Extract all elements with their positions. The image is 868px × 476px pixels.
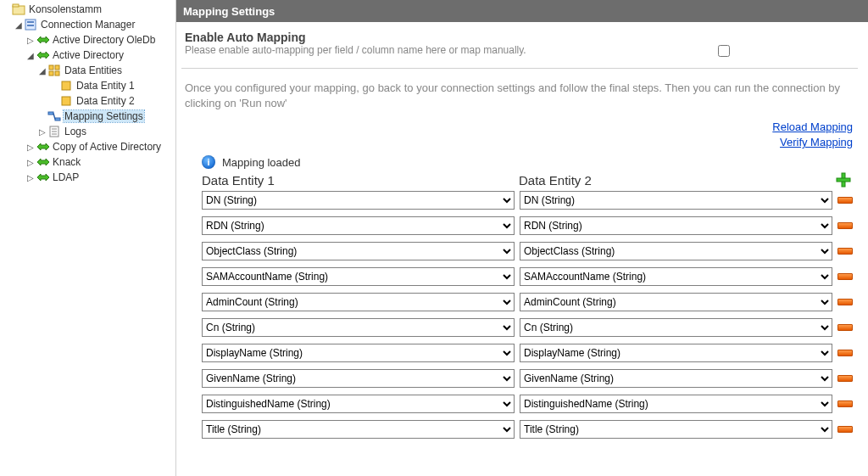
mapping-row: DN (String)DN (String)	[202, 191, 853, 210]
connector-icon	[36, 33, 49, 47]
tree-label: Data Entities	[64, 64, 123, 76]
mapping-row: AdminCount (String)AdminCount (String)	[202, 293, 853, 311]
mapping-row: DisplayName (String)DisplayName (String)	[202, 344, 853, 362]
mapping-rows: DN (String)DN (String)RDN (String)RDN (S…	[181, 191, 858, 439]
tree-copy-of-ad[interactable]: ▷ Copy of Active Directory	[0, 139, 175, 154]
tree-label: Copy of Active Directory	[52, 141, 162, 153]
mapping-left-select[interactable]: DistinguishedName (String)	[202, 395, 515, 413]
mapping-right-select[interactable]: RDN (String)	[520, 216, 832, 235]
mapping-left-select[interactable]: DN (String)	[202, 191, 515, 210]
mapping-right-select[interactable]: ObjectClass (String)	[520, 242, 832, 260]
mapping-left-select[interactable]: DisplayName (String)	[202, 344, 515, 362]
mapping-row: Title (String)Title (String)	[202, 420, 853, 439]
remove-mapping-button[interactable]	[837, 347, 853, 359]
entity-icon	[59, 94, 73, 108]
tree-connection-manager[interactable]: ◢ Connection Manager	[0, 17, 175, 32]
mapping-left-select[interactable]: GivenName (String)	[202, 369, 515, 388]
connector-icon	[36, 48, 49, 62]
twisty-expanded-icon[interactable]: ◢	[37, 66, 47, 76]
twisty-collapsed-icon[interactable]: ▷	[25, 36, 36, 45]
mapping-left-select[interactable]: Cn (String)	[202, 318, 515, 337]
mapping-right-select[interactable]: AdminCount (String)	[520, 293, 832, 311]
mapping-right-select[interactable]: Title (String)	[520, 420, 832, 439]
tree-data-entity-1[interactable]: ▶ Data Entity 1	[0, 78, 175, 93]
mapping-links: Reload Mapping Verify Mapping	[181, 115, 858, 150]
svg-rect-6	[55, 65, 59, 70]
remove-mapping-button[interactable]	[837, 322, 853, 333]
mapping-right-select[interactable]: DistinguishedName (String)	[520, 395, 832, 413]
tree-label: Mapping Settings	[64, 110, 144, 122]
mapping-right-select[interactable]: Cn (String)	[520, 318, 832, 337]
tree-label: Data Entity 1	[75, 80, 136, 92]
auto-mapping-section: Enable Auto Mapping Please enable auto-m…	[181, 27, 858, 69]
remove-mapping-button[interactable]	[837, 220, 853, 232]
twisty-icon: ▶	[49, 81, 59, 91]
remove-mapping-button[interactable]	[837, 271, 853, 283]
twisty-expanded-icon[interactable]: ◢	[14, 20, 24, 30]
mapping-right-select[interactable]: GivenName (String)	[520, 369, 832, 388]
remove-mapping-button[interactable]	[837, 398, 853, 410]
info-icon: i	[202, 155, 215, 169]
tree-ad-oledb[interactable]: ▷ Active Directory OleDb	[0, 32, 175, 48]
svg-rect-3	[27, 21, 34, 23]
mapping-left-select[interactable]: RDN (String)	[202, 216, 515, 235]
folder-icon	[12, 3, 25, 16]
tree-label: Active Directory OleDb	[52, 34, 156, 46]
mapping-left-select[interactable]: AdminCount (String)	[202, 293, 515, 311]
twisty-collapsed-icon[interactable]: ▷	[25, 158, 36, 167]
tree-mapping-settings[interactable]: ▶ Mapping Settings	[0, 109, 175, 124]
svg-rect-5	[49, 65, 53, 70]
add-mapping-button[interactable]	[836, 172, 851, 188]
remove-mapping-button[interactable]	[837, 423, 853, 435]
minus-icon	[837, 400, 853, 407]
verify-mapping-link[interactable]: Verify Mapping	[780, 136, 853, 148]
mapping-right-select[interactable]: SAMAccountName (String)	[520, 267, 832, 286]
remove-mapping-button[interactable]	[837, 372, 853, 384]
logs-icon	[47, 125, 61, 138]
tree-knack[interactable]: ▷ Knack	[0, 154, 175, 170]
panel-title-text: Mapping Settings	[183, 5, 275, 18]
minus-icon	[837, 426, 853, 433]
twisty-collapsed-icon[interactable]: ▷	[37, 127, 47, 137]
remove-mapping-button[interactable]	[837, 245, 853, 257]
mapping-left-select[interactable]: Title (String)	[202, 420, 515, 439]
console-tree: ▶ Konsolenstamm ◢ Connection Manager ▷ A…	[0, 0, 176, 476]
minus-icon	[837, 222, 853, 229]
entities-icon	[47, 64, 61, 77]
tree-active-directory[interactable]: ◢ Active Directory	[0, 48, 175, 63]
status-text: Mapping loaded	[222, 156, 301, 169]
mapping-right-select[interactable]: DN (String)	[520, 191, 832, 210]
mapping-row: ObjectClass (String)ObjectClass (String)	[202, 242, 853, 260]
remove-mapping-button[interactable]	[837, 296, 853, 308]
svg-rect-12	[55, 118, 60, 120]
twisty-expanded-icon[interactable]: ◢	[25, 51, 36, 60]
remove-mapping-button[interactable]	[837, 194, 853, 206]
tree-label: Konsolenstamm	[28, 3, 103, 15]
tree-data-entity-2[interactable]: ▶ Data Entity 2	[0, 93, 175, 109]
auto-mapping-heading: Enable Auto Mapping	[185, 31, 592, 44]
instruction-text: Once you configured your mapping, go bac…	[181, 69, 858, 115]
mapping-right-select[interactable]: DisplayName (String)	[520, 344, 832, 362]
status-row: i Mapping loaded	[181, 150, 858, 171]
svg-rect-7	[49, 71, 53, 76]
entity-icon	[59, 79, 73, 92]
svg-rect-8	[55, 71, 59, 76]
svg-rect-4	[27, 25, 34, 26]
tree-data-entities[interactable]: ◢ Data Entities	[0, 63, 175, 78]
mapping-left-select[interactable]: SAMAccountName (String)	[202, 267, 515, 286]
twisty-collapsed-icon[interactable]: ▷	[25, 143, 36, 152]
twisty-collapsed-icon[interactable]: ▷	[25, 173, 36, 182]
mapping-left-select[interactable]: ObjectClass (String)	[202, 242, 515, 260]
reload-mapping-link[interactable]: Reload Mapping	[772, 120, 853, 133]
connector-icon	[36, 155, 49, 169]
minus-icon	[837, 248, 853, 255]
mapping-row: DistinguishedName (String)DistinguishedN…	[202, 395, 853, 413]
minus-icon	[837, 299, 853, 305]
minus-icon	[837, 324, 853, 331]
auto-mapping-checkbox[interactable]	[718, 45, 730, 57]
connector-icon	[36, 171, 49, 184]
tree-logs[interactable]: ▷ Logs	[0, 124, 175, 139]
tree-root[interactable]: ▶ Konsolenstamm	[0, 2, 175, 17]
tree-ldap[interactable]: ▷ LDAP	[0, 170, 175, 185]
col-header-2: Data Entity 2	[519, 173, 836, 188]
